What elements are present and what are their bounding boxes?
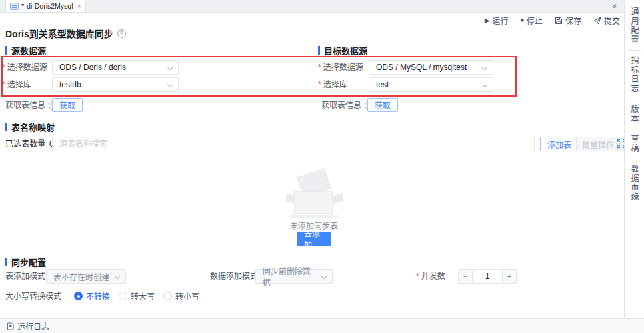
help-icon[interactable] bbox=[117, 29, 126, 38]
run-button[interactable]: ▶ 运行 bbox=[485, 15, 509, 26]
illustration-shadow bbox=[289, 215, 339, 218]
submit-label: 提交 bbox=[604, 15, 620, 26]
source-header-text: 源数据源 bbox=[11, 44, 46, 57]
target-db-select[interactable]: test bbox=[369, 77, 493, 92]
section-accent-bar bbox=[5, 123, 7, 131]
tab-modified-marker: * bbox=[21, 2, 24, 10]
play-icon: ▶ bbox=[485, 17, 490, 24]
radio-label: 转小写 bbox=[175, 290, 199, 302]
target-section-header: 目标数据源 bbox=[318, 44, 367, 57]
source-db-select[interactable]: testdb bbox=[52, 77, 179, 92]
radio-uppercase[interactable]: 转大写 bbox=[119, 290, 155, 302]
chevron-down-icon bbox=[321, 274, 327, 279]
radio-label: 转大写 bbox=[131, 290, 155, 302]
concurrency-label: 并发数 bbox=[416, 269, 445, 284]
source-db-label: 选择库 bbox=[2, 77, 31, 92]
concurrency-stepper: − 1 + bbox=[458, 269, 517, 284]
sidebar-divider bbox=[629, 50, 641, 51]
source-fetch-button[interactable]: 获取 bbox=[52, 98, 83, 112]
sidebar-divider bbox=[629, 129, 641, 129]
document-icon bbox=[7, 322, 14, 330]
target-datasource-value: ODS / MySQL / mysqltest bbox=[376, 63, 467, 72]
chevron-down-icon bbox=[167, 82, 173, 87]
table-add-mode-label: 表添加模式 bbox=[5, 269, 45, 284]
table-add-mode-select[interactable]: 表不存在时创建 bbox=[46, 269, 126, 284]
go-add-button[interactable]: 去添加 bbox=[297, 232, 331, 246]
node-type-icon bbox=[10, 3, 19, 10]
source-fetch-label: 获取表信息 bbox=[5, 98, 57, 113]
mapping-section-header: 表名称映射 bbox=[5, 121, 55, 133]
radio-lowercase[interactable]: 转小写 bbox=[163, 290, 199, 302]
target-header-text: 目标数据源 bbox=[324, 44, 367, 57]
radio-label: 不转换 bbox=[86, 290, 110, 302]
stop-button[interactable]: ■ 停止 bbox=[521, 15, 543, 26]
stepper-plus-button[interactable]: + bbox=[502, 269, 517, 284]
stop-icon: ■ bbox=[521, 17, 524, 23]
sidebar-item-general-config[interactable]: 通用配置 bbox=[629, 3, 640, 49]
tab-bar: * di-Doris2Mysql × » bbox=[0, 0, 624, 13]
submit-icon bbox=[593, 17, 601, 25]
target-fetch-button[interactable]: 获取 bbox=[367, 98, 398, 112]
run-label: 运行 bbox=[493, 15, 509, 26]
sidebar-item-version[interactable]: 版本 bbox=[629, 101, 640, 127]
case-mode-label: 大小写转换模式 bbox=[5, 289, 61, 304]
source-datasource-value: ODS / Doris / doris bbox=[59, 63, 126, 72]
chevron-down-icon bbox=[482, 82, 487, 87]
sync-header-text: 同步配置 bbox=[11, 256, 46, 268]
source-db-value: testdb bbox=[59, 80, 81, 89]
target-datasource-select[interactable]: ODS / MySQL / mysqltest bbox=[369, 60, 493, 75]
radio-icon bbox=[119, 292, 127, 300]
target-datasource-label: 选择数据源 bbox=[318, 60, 363, 75]
source-datasource-label: 选择数据源 bbox=[2, 60, 47, 75]
tab-di-doris2mysql[interactable]: * di-Doris2Mysql × bbox=[5, 0, 86, 12]
panel-collapse-icon[interactable]: » bbox=[611, 4, 620, 9]
target-fetch-label: 获取表信息 bbox=[321, 98, 373, 113]
section-accent-bar bbox=[5, 258, 7, 266]
mapping-header-text: 表名称映射 bbox=[11, 121, 55, 133]
run-log-label: 运行日志 bbox=[17, 320, 49, 332]
action-toolbar: ▶ 运行 ■ 停止 保存 提交 bbox=[485, 15, 620, 26]
sidebar-item-data-lineage[interactable]: 数据血缘 bbox=[629, 161, 640, 206]
submit-button[interactable]: 提交 bbox=[593, 15, 620, 26]
page-title-text: Doris到关系型数据库同步 bbox=[5, 27, 113, 40]
section-accent-bar bbox=[318, 46, 320, 55]
tab-title: di-Doris2Mysql bbox=[27, 2, 73, 10]
sidebar-item-draft[interactable]: 草稿 bbox=[629, 131, 640, 157]
add-table-button[interactable]: 添加表 bbox=[540, 137, 579, 151]
save-button[interactable]: 保存 bbox=[555, 15, 581, 26]
data-add-mode-select[interactable]: 同步前删除数据 bbox=[255, 269, 333, 284]
chevron-down-icon bbox=[167, 65, 173, 70]
data-add-mode-label: 数据添加模式 bbox=[210, 269, 258, 284]
illustration-base bbox=[294, 191, 333, 214]
sync-section-header: 同步配置 bbox=[5, 256, 46, 268]
case-mode-radio-group: 不转换 转大写 转小写 bbox=[74, 290, 199, 302]
concurrency-value[interactable]: 1 bbox=[473, 269, 502, 284]
save-icon bbox=[555, 17, 563, 25]
radio-no-convert[interactable]: 不转换 bbox=[74, 290, 110, 302]
target-db-value: test bbox=[376, 80, 389, 89]
chevron-down-icon bbox=[482, 65, 487, 70]
radio-icon bbox=[163, 292, 172, 300]
empty-box-illustration bbox=[291, 174, 337, 216]
data-add-mode-value: 同步前删除数据 bbox=[263, 265, 317, 288]
save-label: 保存 bbox=[565, 15, 581, 26]
run-log-bar[interactable]: 运行日志 bbox=[0, 318, 644, 333]
stop-label: 停止 bbox=[527, 15, 543, 26]
right-sidebar: 通用配置 指标日志 版本 草稿 数据血缘 bbox=[624, 0, 644, 333]
source-datasource-select[interactable]: ODS / Doris / doris bbox=[52, 60, 179, 75]
tab-close-icon[interactable]: × bbox=[77, 2, 81, 10]
sidebar-divider bbox=[629, 159, 641, 159]
illustration-flap bbox=[333, 193, 343, 204]
section-accent-bar bbox=[5, 46, 7, 55]
sidebar-item-metric-log[interactable]: 指标日志 bbox=[629, 52, 640, 97]
sidebar-divider bbox=[629, 99, 641, 99]
stepper-minus-button[interactable]: − bbox=[458, 269, 473, 284]
radio-selected-icon bbox=[74, 292, 83, 300]
page-title: Doris到关系型数据库同步 bbox=[5, 27, 126, 40]
selected-count-label: 已选表数量 bbox=[5, 137, 45, 151]
target-db-label: 选择库 bbox=[318, 77, 347, 92]
source-section-header: 源数据源 bbox=[5, 44, 46, 57]
table-search-input[interactable] bbox=[52, 137, 535, 151]
chevron-down-icon bbox=[115, 274, 120, 279]
table-add-mode-value: 表不存在时创建 bbox=[53, 271, 109, 282]
